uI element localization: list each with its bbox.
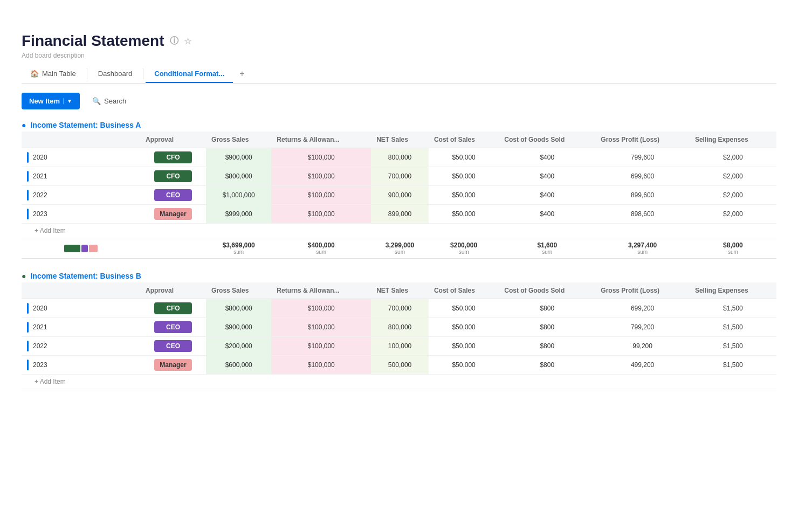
cell-cost-sales: $50,000 xyxy=(429,205,499,224)
add-item-row[interactable]: + Add Item xyxy=(22,375,776,389)
table-row: 2023 ⊕ Manager $999,000 $100,000 899,000… xyxy=(22,205,776,224)
cell-net-sales: 900,000 xyxy=(371,186,429,205)
cell-selling-exp: $2,000 xyxy=(690,167,776,186)
star-icon[interactable]: ☆ xyxy=(184,36,191,46)
add-tab-button[interactable]: + xyxy=(233,65,251,83)
cell-cogs: $800 xyxy=(499,337,595,356)
cell-cogs: $800 xyxy=(499,356,595,375)
cell-year: 2023 ⊕ xyxy=(22,356,140,375)
cell-approval[interactable]: CFO xyxy=(140,299,206,318)
cell-approval[interactable]: CFO xyxy=(140,167,206,186)
section-a-title[interactable]: Income Statement: Business A xyxy=(30,121,141,129)
cell-gross-sales: $800,000 xyxy=(206,299,271,318)
col-b-selling-exp: Selling Expenses xyxy=(690,282,776,299)
col-b-gross-sales: Gross Sales xyxy=(206,282,271,299)
cell-net-sales: 800,000 xyxy=(371,318,429,337)
cell-approval[interactable]: CEO xyxy=(140,186,206,205)
cell-gross-sales: $999,000 xyxy=(206,205,271,224)
summary-returns: $400,000sum xyxy=(271,238,371,259)
table-row: 2020 ⊕ CFO $900,000 $100,000 800,000 $50… xyxy=(22,148,776,167)
col-a-cogs: Cost of Goods Sold xyxy=(499,132,595,148)
table-b-header-row: Approval Gross Sales Returns & Allowan..… xyxy=(22,282,776,299)
cell-approval[interactable]: Manager xyxy=(140,205,206,224)
summary-gross-sales: $3,699,000sum xyxy=(206,238,271,259)
section-business-a: ● Income Statement: Business A Approval … xyxy=(22,121,776,259)
col-a-gross-sales: Gross Sales xyxy=(206,132,271,148)
cell-returns: $100,000 xyxy=(271,205,371,224)
col-a-gross-profit: Gross Profit (Loss) xyxy=(595,132,690,148)
cell-selling-exp: $2,000 xyxy=(690,205,776,224)
section-b-header: ● Income Statement: Business B xyxy=(22,272,776,280)
col-b-item xyxy=(22,282,140,299)
section-business-b: ● Income Statement: Business B Approval … xyxy=(22,272,776,389)
cell-gross-sales: $900,000 xyxy=(206,318,271,337)
cell-gross-sales: $600,000 xyxy=(206,356,271,375)
new-item-button[interactable]: New Item ▼ xyxy=(22,93,80,109)
cell-selling-exp: $1,500 xyxy=(690,318,776,337)
cell-cogs: $400 xyxy=(499,148,595,167)
cell-gross-profit: 499,200 xyxy=(595,356,690,375)
table-business-b: Approval Gross Sales Returns & Allowan..… xyxy=(22,282,776,389)
cell-net-sales: 700,000 xyxy=(371,167,429,186)
section-a-toggle[interactable]: ● xyxy=(22,121,26,129)
cell-cogs: $800 xyxy=(499,299,595,318)
cell-cost-sales: $50,000 xyxy=(429,299,499,318)
cell-returns: $100,000 xyxy=(271,148,371,167)
cell-returns: $100,000 xyxy=(271,167,371,186)
cell-cost-sales: $50,000 xyxy=(429,186,499,205)
cell-cogs: $400 xyxy=(499,186,595,205)
cell-selling-exp: $1,500 xyxy=(690,337,776,356)
add-item-label[interactable]: + Add Item xyxy=(22,224,776,238)
cell-returns: $100,000 xyxy=(271,337,371,356)
col-a-approval: Approval xyxy=(140,132,206,148)
tab-conditional-format[interactable]: Conditional Format... xyxy=(146,65,233,83)
cell-returns: $100,000 xyxy=(271,356,371,375)
table-row: 2022 ⊕ CEO $1,000,000 $100,000 900,000 $… xyxy=(22,186,776,205)
section-a-header: ● Income Statement: Business A xyxy=(22,121,776,129)
table-business-a: Approval Gross Sales Returns & Allowan..… xyxy=(22,132,776,259)
cell-net-sales: 700,000 xyxy=(371,299,429,318)
cell-gross-sales: $800,000 xyxy=(206,167,271,186)
new-item-dropdown-arrow[interactable]: ▼ xyxy=(63,98,72,104)
cell-gross-sales: $900,000 xyxy=(206,148,271,167)
tab-dashboard[interactable]: Dashboard xyxy=(90,65,141,83)
tab-main-table[interactable]: 🏠 Main Table xyxy=(22,65,85,83)
table-row: 2021 ⊕ CEO $900,000 $100,000 800,000 $50… xyxy=(22,318,776,337)
table-row: 2022 ⊕ CEO $200,000 $100,000 100,000 $50… xyxy=(22,337,776,356)
cell-selling-exp: $1,500 xyxy=(690,299,776,318)
search-button[interactable]: 🔍 Search xyxy=(84,92,134,110)
cell-year: 2020 ⊕ xyxy=(22,148,140,167)
table-row: 2021 ⊕ CFO $800,000 $100,000 700,000 $50… xyxy=(22,167,776,186)
info-icon[interactable]: ⓘ xyxy=(170,36,178,47)
summary-approval xyxy=(140,238,206,259)
cell-selling-exp: $2,000 xyxy=(690,186,776,205)
cell-cost-sales: $50,000 xyxy=(429,356,499,375)
cell-net-sales: 500,000 xyxy=(371,356,429,375)
section-b-toggle[interactable]: ● xyxy=(22,272,26,280)
cell-gross-profit: 899,600 xyxy=(595,186,690,205)
cell-cost-sales: $50,000 xyxy=(429,148,499,167)
cell-gross-profit: 699,600 xyxy=(595,167,690,186)
cell-approval[interactable]: CEO xyxy=(140,318,206,337)
summary-color-blocks xyxy=(22,238,140,259)
section-b-title[interactable]: Income Statement: Business B xyxy=(30,272,141,280)
cell-approval[interactable]: Manager xyxy=(140,356,206,375)
cell-net-sales: 800,000 xyxy=(371,148,429,167)
add-item-row[interactable]: + Add Item xyxy=(22,224,776,238)
cell-year: 2022 ⊕ xyxy=(22,337,140,356)
cell-cost-sales: $50,000 xyxy=(429,318,499,337)
cell-gross-profit: 898,600 xyxy=(595,205,690,224)
summary-cogs: $1,600sum xyxy=(499,238,595,259)
col-b-net-sales: NET Sales xyxy=(371,282,429,299)
cell-approval[interactable]: CFO xyxy=(140,148,206,167)
cell-returns: $100,000 xyxy=(271,318,371,337)
cell-gross-sales: $1,000,000 xyxy=(206,186,271,205)
summary-net-sales: 3,299,000sum xyxy=(371,238,429,259)
cell-returns: $100,000 xyxy=(271,186,371,205)
cell-selling-exp: $2,000 xyxy=(690,148,776,167)
cell-approval[interactable]: CEO xyxy=(140,337,206,356)
add-item-label[interactable]: + Add Item xyxy=(22,375,776,389)
cell-cogs: $400 xyxy=(499,205,595,224)
table-a-header-row: Approval Gross Sales Returns & Allowan..… xyxy=(22,132,776,148)
board-description[interactable]: Add board description xyxy=(22,52,776,59)
